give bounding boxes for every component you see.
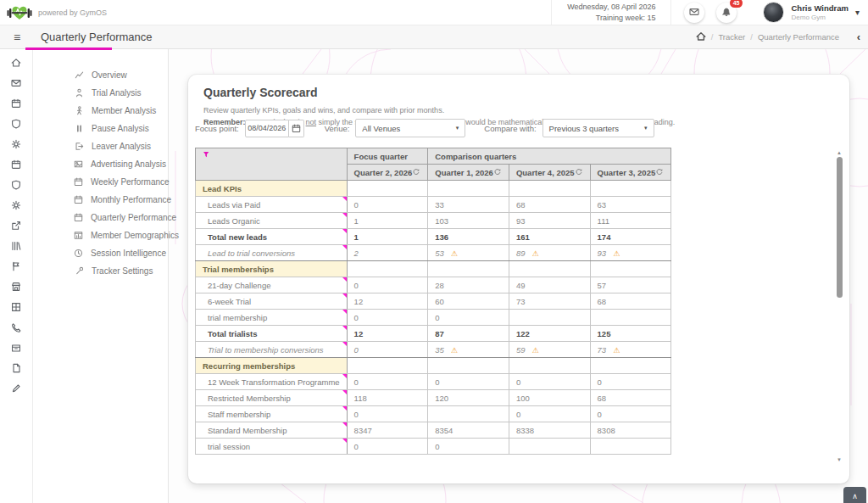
refresh-icon[interactable] [493,168,502,176]
avatar[interactable] [763,2,784,23]
sidebar-item-label: Overview [92,70,127,80]
metric-label: 6-week Trial [196,293,348,310]
file-icon[interactable] [0,358,32,378]
refresh-icon[interactable] [655,168,664,176]
metric-label: Trial to membership conversions [196,342,348,358]
sidebar-item-quarterly-performance[interactable]: Quarterly Performance [33,209,168,226]
metric-value: 28 [428,277,509,293]
user-menu[interactable]: Chris Windram Demo Gym ▾ [749,2,868,23]
metric-value [590,261,671,277]
compare-with-label: Compare with: [484,124,536,133]
sidebar-item-label: Tracker Settings [92,266,153,276]
sidebar-item-overview[interactable]: Overview [33,66,168,84]
home-icon[interactable] [696,31,706,43]
settings-icon[interactable] [0,195,32,215]
envelope-icon[interactable] [0,73,32,93]
warning-icon: ⚠ [451,249,458,258]
metric-value: 12 [347,326,428,342]
chart-icon [74,70,84,80]
flag-icon[interactable] [0,256,32,277]
sidebar-item-pause-analysis[interactable]: Pause Analysis [33,120,168,137]
compare-with-select[interactable]: Previous 3 quarters ▾ [542,119,654,137]
home-icon[interactable] [0,53,32,73]
messages-button[interactable] [684,3,704,23]
metric-label: Leads Organic [196,213,348,229]
venue-label: Venue: [325,124,350,133]
scrollbar-down-arrow[interactable]: ▼ [837,457,842,462]
sidebar-item-monthly-performance[interactable]: Monthly Performance [33,191,168,209]
sidebar-item-trial-analysis[interactable]: Trial Analysis [33,84,168,102]
sidebar-item-label: Pause Analysis [92,124,149,133]
table-row: Recurring memberships [196,358,671,374]
quarter-column-header: Quarter 2, 2026 [347,165,428,181]
venue-select[interactable]: All Venues ▾ [355,119,465,137]
pen-icon[interactable] [0,378,32,399]
metric-label: Total trialists [196,326,348,342]
sidebar-item-tracker-settings[interactable]: Tracker Settings [33,262,168,280]
user-organisation: Demo Gym [791,14,848,21]
calendar-icon[interactable] [0,154,32,175]
current-date: Wednesday, 08 April 2026 [567,2,655,12]
sidebar-item-session-intelligence[interactable]: Session Intelligence [33,244,168,262]
metric-value: 120 [428,390,509,406]
share-icon[interactable] [0,215,32,236]
collapse-panel-icon[interactable]: ‹ [857,31,860,43]
metric-value: 0 [347,277,428,293]
metric-label: trial session [196,439,348,455]
section-label: Trial memberships [196,261,348,277]
metric-value [428,406,509,422]
sidebar-item-leaver-analysis[interactable]: Leaver Analysis [33,137,168,155]
settings-icon[interactable] [0,134,32,154]
chevron-down-icon: ▾ [456,125,459,131]
hamburger-menu-icon[interactable]: ≡ [0,31,34,44]
sidebar-item-advertising-analysis[interactable]: Advertising Analysis [33,155,168,173]
notifications-button[interactable]: 45 [716,3,737,23]
title-bar: ≡ Quarterly Performance / Tracker / Quar… [0,25,868,49]
training-week: Training week: 15 [567,13,655,23]
filter-funnel-icon[interactable] [203,152,211,161]
chevron-down-icon[interactable]: ▾ [855,8,860,17]
shop-icon[interactable] [0,277,32,297]
refresh-icon[interactable] [575,168,583,176]
calendar-icon[interactable] [0,93,32,114]
metric-value [428,358,509,374]
scrollbar-up-arrow[interactable]: ▲ [837,150,842,155]
card-title: Quarterly Scorecard [203,86,834,99]
library-icon[interactable] [0,236,32,256]
metric-value: 68 [509,197,590,213]
scorecard-table: Focus quarterComparison quartersQuarter … [195,148,671,455]
metric-value: 33 [428,197,509,213]
sidebar-item-member-analysis[interactable]: Member Analysis [33,102,168,120]
person-icon [74,88,84,98]
shield-icon[interactable] [0,114,32,134]
metric-value [590,181,671,197]
main-content: Quarterly Scorecard Review quarterly KPI… [169,49,868,503]
metric-value: 2 [347,245,428,261]
metric-value: 60 [428,293,509,310]
table-row: Trial memberships [196,261,671,277]
sidebar-item-weekly-performance[interactable]: Weekly Performance [33,173,168,191]
scroll-to-top-button[interactable]: ∧ [843,487,866,503]
metric-value: 89⚠ [509,245,590,261]
metric-label: 12 Week Transformation Programme [196,374,348,390]
metric-label: Leads via Paid [196,197,348,213]
breadcrumb-tracker[interactable]: Tracker [718,32,745,42]
grid-icon[interactable] [0,297,32,317]
quarter-column-header: Quarter 1, 2026 [428,165,509,181]
sidebar-item-member-demographics[interactable]: Member Demographics [33,226,168,244]
clock-icon [74,249,83,258]
archive-icon[interactable] [0,338,32,358]
scrollbar-thumb[interactable] [837,157,843,298]
shield-icon[interactable] [0,175,32,195]
metric-value: 63 [590,197,671,213]
metric-value: 1 [347,213,428,229]
calendar-picker-button[interactable] [289,120,304,137]
card-subtitle: Review quarterly KPIs, goals and wins, a… [203,105,834,117]
gymos-logo-icon [7,3,32,22]
metric-value: 59⚠ [509,342,590,358]
phone-icon[interactable] [0,317,32,338]
focus-point-label: Focus point: [195,124,239,133]
metric-value: 8338 [509,422,590,439]
focus-date-input[interactable] [245,120,289,137]
refresh-icon[interactable] [412,168,420,176]
